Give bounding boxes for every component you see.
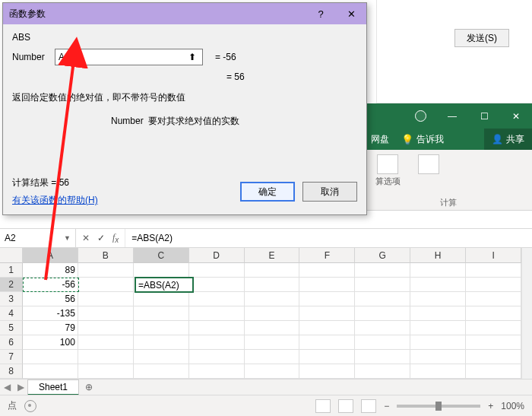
- cell[interactable]: [466, 321, 521, 335]
- cell[interactable]: [245, 278, 300, 292]
- cell[interactable]: [355, 278, 410, 292]
- cell[interactable]: [78, 263, 134, 278]
- row-header[interactable]: 4: [0, 306, 23, 321]
- cell[interactable]: [299, 306, 355, 321]
- cell[interactable]: [410, 292, 466, 306]
- zoom-thumb[interactable]: [435, 402, 442, 411]
- cell[interactable]: [245, 364, 300, 379]
- col-header[interactable]: G: [355, 248, 410, 263]
- send-button[interactable]: 发送(S): [454, 29, 509, 47]
- zoom-in-button[interactable]: +: [488, 401, 493, 411]
- cell[interactable]: [134, 306, 189, 321]
- cell[interactable]: [355, 350, 410, 364]
- zoom-value[interactable]: 100%: [501, 401, 524, 411]
- cell[interactable]: [78, 364, 134, 379]
- cell[interactable]: [466, 350, 521, 364]
- cell[interactable]: [134, 350, 189, 364]
- cell[interactable]: [466, 292, 521, 306]
- cell[interactable]: [410, 364, 466, 379]
- fx-icon[interactable]: fx: [112, 232, 119, 244]
- vertical-scrollbar[interactable]: [521, 248, 532, 379]
- cell[interactable]: [245, 350, 300, 364]
- cell[interactable]: [299, 364, 355, 379]
- cell[interactable]: [189, 321, 245, 335]
- cell[interactable]: [299, 350, 355, 364]
- share-button[interactable]: 👤共享: [484, 129, 532, 150]
- cell[interactable]: -56: [23, 278, 78, 292]
- col-header[interactable]: H: [410, 248, 466, 263]
- cell[interactable]: [245, 321, 300, 335]
- ribbon-calc-options[interactable]: 算选项: [371, 154, 404, 187]
- formula-input[interactable]: [125, 229, 532, 247]
- cell[interactable]: [78, 306, 134, 321]
- cell[interactable]: 100: [23, 335, 78, 350]
- cell[interactable]: [78, 350, 134, 364]
- row-header[interactable]: 2: [0, 278, 23, 292]
- zoom-slider[interactable]: [397, 405, 480, 408]
- cell[interactable]: [134, 292, 189, 306]
- cell[interactable]: [466, 278, 521, 292]
- col-header[interactable]: A: [23, 248, 78, 263]
- col-header[interactable]: E: [245, 248, 300, 263]
- sheet-nav-prev-icon[interactable]: ◀: [0, 382, 14, 392]
- cell[interactable]: [410, 321, 466, 335]
- cell[interactable]: [299, 263, 355, 278]
- function-help-link[interactable]: 有关该函数的帮助(H): [12, 194, 98, 207]
- sheet-nav-next-icon[interactable]: ▶: [14, 382, 27, 392]
- row-header[interactable]: 1: [0, 263, 23, 278]
- view-pagebreak-icon[interactable]: [361, 399, 376, 413]
- cell[interactable]: [189, 278, 245, 292]
- editing-cell[interactable]: =ABS(A2): [135, 277, 194, 293]
- cell[interactable]: [189, 364, 245, 379]
- row-header[interactable]: 6: [0, 335, 23, 350]
- dialog-close-button[interactable]: ✕: [336, 3, 366, 24]
- dialog-help-button[interactable]: ?: [306, 3, 336, 24]
- ribbon-tab-netdisk[interactable]: 网盘: [365, 129, 395, 150]
- cell[interactable]: [410, 335, 466, 350]
- spreadsheet-grid[interactable]: A B C D E F G H I 1 2 3 4 5 6 7 8 89 -56…: [0, 248, 521, 379]
- sheet-tab[interactable]: Sheet1: [27, 379, 79, 395]
- cell[interactable]: [78, 335, 134, 350]
- cell[interactable]: [189, 263, 245, 278]
- cell[interactable]: [78, 278, 134, 292]
- row-header[interactable]: 7: [0, 350, 23, 364]
- name-box-dropdown-icon[interactable]: ▼: [64, 234, 71, 242]
- cancel-formula-icon[interactable]: ✕: [82, 233, 90, 243]
- close-window-button[interactable]: ✕: [500, 103, 532, 129]
- cell[interactable]: [245, 306, 300, 321]
- cell[interactable]: [78, 292, 134, 306]
- cell[interactable]: [466, 335, 521, 350]
- cell[interactable]: [355, 306, 410, 321]
- account-circle-icon[interactable]: [404, 103, 436, 129]
- cancel-button[interactable]: 取消: [302, 182, 357, 202]
- row-header[interactable]: 5: [0, 321, 23, 335]
- col-header[interactable]: D: [189, 248, 245, 263]
- cell[interactable]: [245, 335, 300, 350]
- cell[interactable]: [134, 321, 189, 335]
- cell[interactable]: [245, 263, 300, 278]
- col-header[interactable]: B: [78, 248, 134, 263]
- accept-formula-icon[interactable]: ✓: [97, 233, 105, 243]
- cell[interactable]: [189, 350, 245, 364]
- cell[interactable]: [355, 335, 410, 350]
- col-header[interactable]: C: [134, 248, 189, 263]
- cell[interactable]: [299, 335, 355, 350]
- col-header[interactable]: I: [466, 248, 521, 263]
- view-normal-icon[interactable]: [315, 399, 331, 413]
- cell[interactable]: [23, 364, 78, 379]
- cell[interactable]: [410, 263, 466, 278]
- row-header[interactable]: 8: [0, 364, 23, 379]
- macro-record-icon[interactable]: [24, 400, 36, 412]
- maximize-button[interactable]: ☐: [468, 103, 500, 129]
- dialog-titlebar[interactable]: 函数参数 ? ✕: [3, 3, 366, 24]
- cell[interactable]: [355, 364, 410, 379]
- name-box-input[interactable]: [5, 233, 50, 243]
- cell[interactable]: [466, 364, 521, 379]
- cell[interactable]: [245, 292, 300, 306]
- cell[interactable]: 89: [23, 263, 78, 278]
- ok-button[interactable]: 确定: [240, 182, 295, 202]
- cell[interactable]: [189, 306, 245, 321]
- cell[interactable]: [466, 263, 521, 278]
- tell-me[interactable]: 💡告诉我: [395, 129, 450, 150]
- cell[interactable]: [78, 321, 134, 335]
